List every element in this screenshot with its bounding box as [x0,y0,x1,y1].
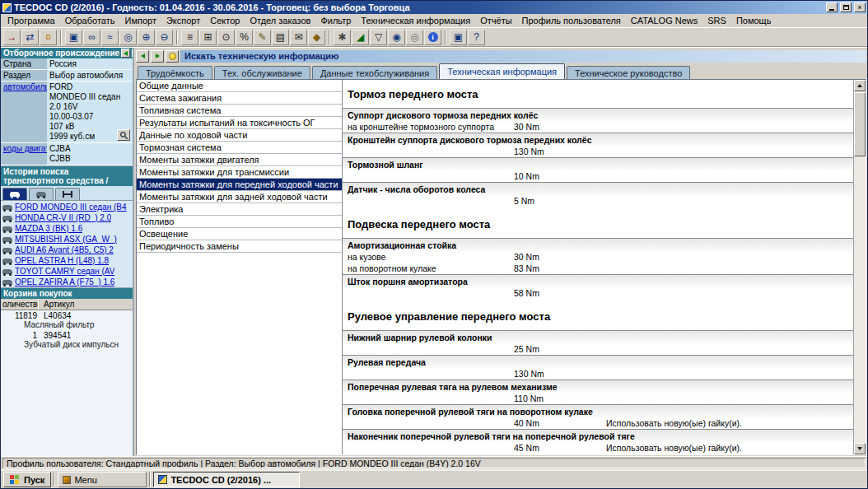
menu-item-10[interactable]: CATALOG News [626,15,703,26]
category-item[interactable]: Тормозная система [137,142,342,154]
category-item[interactable]: Моменты затяжки для передней ходовой час… [137,179,342,191]
close-button[interactable]: × [854,2,866,12]
hint-button[interactable] [166,50,179,63]
history-link[interactable]: MITSUBISHI ASX (GA_W_) [15,235,117,244]
tab-1[interactable]: Тех. обслуживание [214,66,310,79]
menu-item-9[interactable]: Профиль пользователя [517,15,626,26]
tab-2[interactable]: Данные техобслуживания [312,66,437,79]
category-item[interactable]: Моменты затяжки двигателя [137,154,342,166]
history-item[interactable]: MAZDA 3 (BK) 1.6 [1,223,133,234]
vehicle-link[interactable]: автомобиль [1,82,47,142]
detail-scrollbar[interactable] [853,80,866,454]
toolbar-button-chart-icon[interactable]: ◢ [352,30,369,45]
history-link[interactable]: MAZDA 3 (BK) 1.6 [15,224,82,233]
back-button[interactable] [136,50,149,63]
toolbar-button-transfer-icon[interactable]: ⇄ [21,30,39,45]
toolbar-button-connection-icon[interactable]: ∞ [83,30,100,45]
toolbar-button-info-icon[interactable]: i [424,30,441,45]
collapse-left-button[interactable] [121,49,130,58]
menu-item-5[interactable]: Отдел заказов [245,15,315,26]
history-item[interactable]: HONDA CR-V II (RD_) 2.0 [1,212,133,223]
category-item[interactable]: Электрика [137,203,342,216]
toolbar-button-percent-icon[interactable]: % [236,30,253,45]
category-item[interactable]: Освещение [137,228,342,240]
history-item[interactable]: OPEL ASTRA H (L48) 1.8 [1,255,133,266]
toolbar-button-zoom-in-icon[interactable]: ⊕ [138,30,155,45]
cart-qty-column[interactable]: оличество [1,299,39,310]
toolbar-button-zoom-out-icon[interactable]: ⊖ [156,30,173,45]
toolbar-button-screen-search-icon[interactable]: ◎ [119,30,137,45]
history-link[interactable]: AUDI A6 Avant (4B5, C5) 2 [15,245,114,254]
tab-commercial-vehicle[interactable] [29,188,54,200]
category-item[interactable]: Периодичность замены [137,240,342,253]
toolbar-button-monitor-icon[interactable]: ▣ [450,30,467,45]
history-item[interactable]: FORD MONDEO III седан (B4 [1,202,133,212]
history-item[interactable]: MITSUBISHI ASX (GA_W_) [1,234,133,244]
toolbar-button-help-icon[interactable]: ? [468,30,485,45]
torque-note [606,147,853,156]
start-button[interactable]: Пуск [3,472,51,487]
collapse-right-button[interactable] [132,49,133,58]
category-item[interactable]: Общие данные [137,80,342,92]
menu-item-11[interactable]: SRS [702,15,731,26]
forward-button[interactable] [151,50,164,63]
menu-taskbar-button[interactable]: Menu [58,472,147,487]
history-item[interactable]: AUDI A6 Avant (4B5, C5) 2 [1,244,133,255]
history-link[interactable]: OPEL ASTRA H (L48) 1.8 [15,256,109,265]
tab-axle[interactable] [55,188,80,200]
tab-0[interactable]: Трудоёмкость [138,66,212,79]
toolbar-button-list-icon[interactable]: ≡ [181,30,198,45]
history-link[interactable]: FORD MONDEO III седан (B4 [15,203,127,212]
toolbar-button-time-icon[interactable]: ⊙ [217,30,235,45]
history-link[interactable]: TOYOT CAMRY седан (AV [15,267,114,276]
category-item[interactable]: Топливная система [137,105,342,117]
window-titlebar[interactable]: TECDOC CD (2/2016) - Годность: 01.04.201… [1,1,867,14]
toolbar-button-mail-icon[interactable]: ✉ [290,30,307,45]
menu-item-0[interactable]: Программа [2,15,60,26]
tecdoc-task-button[interactable]: TECDOC CD (2/2016) ... [153,472,300,487]
toolbar-button-tools-icon[interactable]: ✱ [334,30,351,45]
toolbar-button-globe-icon[interactable]: ◉ [388,30,405,45]
toolbar-button-power-icon[interactable]: ¤ [40,30,57,45]
menu-item-2[interactable]: Импорт [119,15,161,26]
vehicle-search-button[interactable] [117,129,130,141]
toolbar-button-edit-icon[interactable]: ✎ [254,30,271,45]
menu-item-8[interactable]: Отчёты [475,15,516,26]
cart-article-column[interactable]: Артикул [39,299,133,310]
toolbar-button-filter-icon[interactable]: ▽ [370,30,387,45]
cart-row[interactable]: 11819L40634Масляный фильтр [1,310,133,330]
engine-codes-link[interactable]: коды двигателя [1,143,47,165]
toolbar-button-network-icon[interactable]: ≈ [101,30,119,45]
menu-item-1[interactable]: Обработать [60,15,120,26]
category-item[interactable]: Моменты затяжки для трансмиссии [137,166,342,179]
toolbar-button-cd-icon[interactable]: ◎ [406,30,423,45]
menu-item-4[interactable]: Сектор [205,15,245,26]
scroll-thumb[interactable] [854,92,866,156]
menu-item-12[interactable]: Помощь [731,15,777,26]
category-item[interactable]: Данные по ходовой части [137,129,342,142]
history-item[interactable]: TOYOT CAMRY седан (AV [1,266,133,277]
toolbar-button-workstation-icon[interactable]: ▣ [65,30,82,45]
category-item[interactable]: Топливо [137,216,342,228]
tab-passenger-car[interactable] [2,188,27,200]
history-item[interactable]: OPEL ZAFIRA A (F75_) 1.6 [1,277,133,287]
menu-item-3[interactable]: Экспорт [161,15,205,26]
menu-item-6[interactable]: Фильтр [315,15,356,26]
cart-row[interactable]: 1394541Зубчатый диск импульсн [1,330,133,350]
scroll-down-button[interactable] [854,443,866,454]
menu-item-7[interactable]: Техническая информация [356,15,475,26]
category-item[interactable]: Система зажигания [137,92,342,105]
toolbar-button-table-icon[interactable]: ⊞ [199,30,217,45]
minimize-button[interactable] [826,2,838,12]
maximize-button[interactable] [840,2,852,12]
category-item[interactable]: Моменты затяжки для задней ходовой части [137,191,342,203]
toolbar-button-catalog-icon[interactable]: ▤ [272,30,289,45]
toolbar-button-parts-icon[interactable]: ◆ [308,30,325,45]
toolbar-button-exit-icon[interactable]: → [3,30,21,45]
tab-4[interactable]: Техническое руководство [567,66,690,79]
history-link[interactable]: OPEL ZAFIRA A (F75_) 1.6 [15,277,114,286]
tab-3[interactable]: Техническая информация [439,63,565,79]
scroll-up-button[interactable] [854,80,866,91]
history-link[interactable]: HONDA CR-V II (RD_) 2.0 [15,213,111,222]
category-item[interactable]: Результаты испытаний на токсичность ОГ [137,117,342,129]
